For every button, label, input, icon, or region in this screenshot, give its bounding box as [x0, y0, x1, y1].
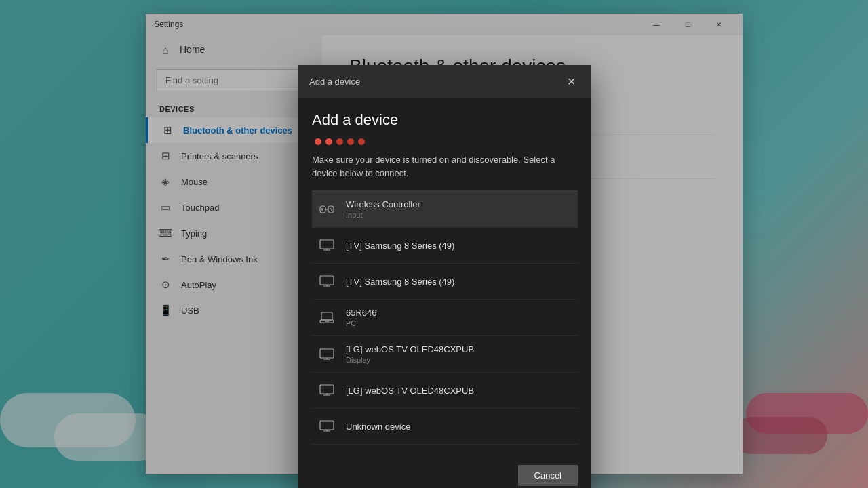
svg-rect-8: [320, 240, 334, 249]
dialog-device-name-tv2: [TV] Samsung 8 Series (49): [346, 277, 572, 287]
pc-icon: [317, 308, 336, 327]
dialog-device-item[interactable]: Unknown device: [312, 409, 578, 445]
dialog-device-item[interactable]: [TV] Samsung 8 Series (49): [312, 228, 578, 264]
dialog-device-info-lgtv2: [LG] webOS TV OLED48CXPUB: [346, 386, 572, 396]
scan-dot-1: [315, 138, 321, 145]
dialog-device-item[interactable]: Wireless Controller Input: [312, 191, 578, 228]
dialog-device-name-tv1: [TV] Samsung 8 Series (49): [346, 241, 572, 251]
tv-samsung1-icon: [317, 236, 336, 255]
dialog-title-label: Add a device: [309, 77, 360, 87]
dialog-title-bar: Add a device ✕: [298, 65, 591, 98]
scan-dot-3: [336, 138, 343, 145]
dialog-device-name-lgtv2: [LG] webOS TV OLED48CXPUB: [346, 386, 572, 396]
dialog-close-button[interactable]: ✕: [561, 72, 580, 91]
dialog-device-sub-wc: Input: [346, 211, 572, 219]
dialog-device-sub-pc: PC: [346, 319, 572, 327]
svg-rect-14: [320, 385, 334, 394]
svg-rect-9: [320, 276, 334, 285]
svg-point-6: [330, 208, 331, 209]
dialog-footer: Cancel: [298, 455, 591, 488]
dialog-device-info-wc: Wireless Controller Input: [346, 199, 572, 219]
dialog-device-info-tv1: [TV] Samsung 8 Series (49): [346, 241, 572, 251]
scan-dot-4: [347, 138, 354, 145]
lg-tv2-icon: [317, 381, 336, 400]
dialog-description: Make sure your device is turned on and d…: [312, 153, 578, 180]
scanning-dots: [312, 138, 578, 145]
dialog-device-name-unknown: Unknown device: [346, 422, 572, 432]
tv-samsung2-icon: [317, 272, 336, 291]
add-device-dialog: Add a device ✕ Add a device Make sure yo…: [298, 65, 591, 488]
svg-rect-5: [328, 206, 334, 213]
dialog-device-item[interactable]: 65R646 PC: [312, 300, 578, 336]
svg-rect-15: [320, 421, 334, 430]
dialog-device-item[interactable]: [LG] webOS TV OLED48CXPUB: [312, 373, 578, 409]
dialog-device-info-lgtv1: [LG] webOS TV OLED48CXPUB Display: [346, 344, 572, 364]
svg-point-7: [331, 209, 332, 211]
scan-dot-5: [358, 138, 365, 145]
unknown-device-icon: [317, 417, 336, 436]
dialog-device-name-pc: 65R646: [346, 308, 572, 318]
dialog-heading: Add a device: [312, 111, 578, 129]
dialog-device-name-lgtv1: [LG] webOS TV OLED48CXPUB: [346, 344, 572, 354]
dialog-body: Add a device Make sure your device is tu…: [298, 98, 591, 455]
scan-dot-2: [326, 138, 332, 145]
dialog-device-list: Wireless Controller Input [TV] Samsung 8…: [312, 190, 578, 445]
svg-rect-13: [320, 349, 334, 358]
cancel-button[interactable]: Cancel: [518, 465, 578, 486]
dialog-device-sub-lgtv1: Display: [346, 356, 572, 364]
svg-rect-10: [321, 312, 332, 320]
lg-tv1-icon: [317, 345, 336, 364]
dialog-device-name-wc: Wireless Controller: [346, 199, 572, 209]
dialog-device-info-unknown: Unknown device: [346, 422, 572, 432]
wireless-controller-icon: [317, 200, 336, 219]
dialog-device-info-pc: 65R646 PC: [346, 308, 572, 327]
dialog-device-item[interactable]: [LG] webOS TV OLED48CXPUB Display: [312, 336, 578, 373]
dialog-device-item[interactable]: [TV] Samsung 8 Series (49): [312, 264, 578, 300]
dialog-device-info-tv2: [TV] Samsung 8 Series (49): [346, 277, 572, 287]
